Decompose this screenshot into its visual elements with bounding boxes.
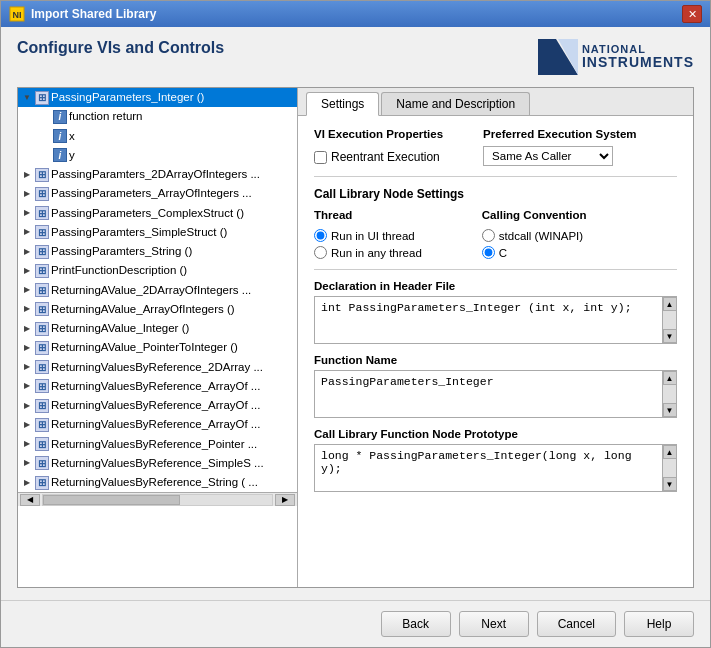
tree-item-ret-by-ref-2d[interactable]: ▶ ⊞ ReturningValuesByReference_2DArray .… [18, 358, 297, 377]
reentrant-checkbox[interactable] [314, 151, 327, 164]
connector-icon-ret-by-ref-ao2: ⊞ [35, 399, 49, 413]
tree-item-passing-complex[interactable]: ▶ ⊞ PassingParameters_ComplexStruct () [18, 204, 297, 223]
tree-item-passing-string[interactable]: ▶ ⊞ PassingParamters_String () [18, 242, 297, 261]
stdcall-radio[interactable] [482, 229, 495, 242]
declaration-scrollbar[interactable]: ▲ ▼ [662, 297, 676, 343]
tree-item-passing-params-integer[interactable]: ▼ ⊞ PassingParameters_Integer () [18, 88, 297, 107]
settings-content: VI Execution Properties Reentrant Execut… [298, 116, 693, 587]
run-any-thread-radio[interactable] [314, 246, 327, 259]
prototype-section: Call Library Function Node Prototype lon… [314, 428, 677, 492]
expand-array[interactable]: ▶ [20, 187, 34, 201]
expand-arrow-passing-params[interactable]: ▼ [20, 91, 34, 105]
tree-item-passing-array[interactable]: ▶ ⊞ PassingParameters_ArrayOfIntegers ..… [18, 184, 297, 203]
page-title: Configure VIs and Controls [17, 39, 224, 57]
reentrant-label: Reentrant Execution [331, 150, 440, 164]
expand-ret-pointer[interactable]: ▶ [20, 341, 34, 355]
function-name-section: Function Name PassingParameters_Integer … [314, 354, 677, 418]
tree-horizontal-scrollbar[interactable]: ◀ ▶ [18, 492, 297, 506]
scroll-down-arrow-fn[interactable]: ▼ [663, 403, 677, 417]
scroll-track-h[interactable] [42, 494, 273, 506]
tree-item-passing-2d[interactable]: ▶ ⊞ PassingParamters_2DArrayOfIntegers .… [18, 165, 297, 184]
tree-label-print: PrintFunctionDescription () [51, 262, 187, 279]
expand-ret-by-ref-simple[interactable]: ▶ [20, 456, 34, 470]
next-button[interactable]: Next [459, 611, 529, 637]
close-button[interactable]: ✕ [682, 5, 702, 23]
run-ui-thread-row: Run in UI thread [314, 229, 422, 242]
expand-ret-by-ref-ptr[interactable]: ▶ [20, 437, 34, 451]
expand-ret-by-ref-ao1[interactable]: ▶ [20, 379, 34, 393]
expand-ret-array[interactable]: ▶ [20, 302, 34, 316]
tab-name-description[interactable]: Name and Description [381, 92, 530, 115]
scroll-left-btn[interactable]: ◀ [20, 494, 40, 506]
tree-label-passing-params-integer: PassingParameters_Integer () [51, 89, 204, 106]
function-name-scrollbar[interactable]: ▲ ▼ [662, 371, 676, 417]
connector-icon-ret-by-ref-ao3: ⊞ [35, 418, 49, 432]
connector-icon-complex: ⊞ [35, 206, 49, 220]
tree-item-ret-by-ref-string[interactable]: ▶ ⊞ ReturningValuesByReference_String ( … [18, 473, 297, 492]
tree-item-ret-by-ref-ao2[interactable]: ▶ ⊞ ReturningValuesByReference_ArrayOf .… [18, 396, 297, 415]
tree-item-ret-by-ref-ptr[interactable]: ▶ ⊞ ReturningValuesByReference_Pointer .… [18, 435, 297, 454]
scroll-right-btn[interactable]: ▶ [275, 494, 295, 506]
tree-label-2d: PassingParamters_2DArrayOfIntegers ... [51, 166, 260, 183]
tree-item-print-func[interactable]: ▶ ⊞ PrintFunctionDescription () [18, 261, 297, 280]
tree-panel[interactable]: ▼ ⊞ PassingParameters_Integer () i funct… [18, 88, 298, 587]
tree-item-ret-array[interactable]: ▶ ⊞ ReturningAValue_ArrayOfIntegers () [18, 300, 297, 319]
prototype-text[interactable]: long * PassingParameters_Integer(long x,… [315, 445, 662, 491]
tab-bar: Settings Name and Description [298, 88, 693, 116]
vi-execution-col: VI Execution Properties Reentrant Execut… [314, 128, 443, 166]
tree-label-ret-by-ref-2d: ReturningValuesByReference_2DArray ... [51, 359, 263, 376]
scroll-up-arrow-proto[interactable]: ▲ [663, 445, 677, 459]
tree-item-ret-2d[interactable]: ▶ ⊞ ReturningAValue_2DArrayOfIntegers ..… [18, 281, 297, 300]
tree-item-function-return[interactable]: i function return [36, 107, 297, 126]
tree-item-passing-simple[interactable]: ▶ ⊞ PassingParamters_SimpleStruct () [18, 223, 297, 242]
window-controls: ✕ [682, 5, 702, 23]
cancel-button[interactable]: Cancel [537, 611, 616, 637]
scroll-thumb-h[interactable] [43, 495, 180, 505]
tab-settings[interactable]: Settings [306, 92, 379, 116]
declaration-section: Declaration in Header File int PassingPa… [314, 280, 677, 344]
expand-ret-2d[interactable]: ▶ [20, 283, 34, 297]
main-area: ▼ ⊞ PassingParameters_Integer () i funct… [17, 87, 694, 588]
expand-print[interactable]: ▶ [20, 264, 34, 278]
c-radio[interactable] [482, 246, 495, 259]
expand-simple[interactable]: ▶ [20, 225, 34, 239]
prototype-field-box: long * PassingParameters_Integer(long x,… [314, 444, 677, 492]
back-button[interactable]: Back [381, 611, 451, 637]
expand-string[interactable]: ▶ [20, 245, 34, 259]
scroll-down-arrow-proto[interactable]: ▼ [663, 477, 677, 491]
ni-instruments: INSTRUMENTS [582, 55, 694, 70]
tree-item-y[interactable]: i y [36, 146, 297, 165]
tree-item-ret-by-ref-simple[interactable]: ▶ ⊞ ReturningValuesByReference_SimpleS .… [18, 454, 297, 473]
window-content: Configure VIs and Controls NATIONAL INST… [1, 27, 710, 600]
expand-ret-int[interactable]: ▶ [20, 322, 34, 336]
calling-convention-label: Calling Convention [482, 209, 587, 221]
expand-complex[interactable]: ▶ [20, 206, 34, 220]
tree-label-ret-by-ref-string: ReturningValuesByReference_String ( ... [51, 474, 258, 491]
connector-icon-2d: ⊞ [35, 168, 49, 182]
tree-item-ret-by-ref-ao1[interactable]: ▶ ⊞ ReturningValuesByReference_ArrayOf .… [18, 377, 297, 396]
help-button[interactable]: Help [624, 611, 694, 637]
window-icon: NI [9, 6, 25, 22]
function-name-text[interactable]: PassingParameters_Integer [315, 371, 662, 417]
expand-ret-by-ref-ao2[interactable]: ▶ [20, 399, 34, 413]
run-ui-thread-radio[interactable] [314, 229, 327, 242]
preferred-execution-select[interactable]: Same As CallerUI ThreadStandardI/OData A… [483, 146, 613, 166]
scroll-up-arrow-decl[interactable]: ▲ [663, 297, 677, 311]
connector-icon-print: ⊞ [35, 264, 49, 278]
scroll-down-arrow-decl[interactable]: ▼ [663, 329, 677, 343]
declaration-text[interactable]: int PassingParameters_Integer (int x, in… [315, 297, 662, 343]
expand-ret-by-ref-ao3[interactable]: ▶ [20, 418, 34, 432]
expand-2d[interactable]: ▶ [20, 168, 34, 182]
expand-ret-by-ref-string[interactable]: ▶ [20, 476, 34, 490]
tree-item-ret-by-ref-ao3[interactable]: ▶ ⊞ ReturningValuesByReference_ArrayOf .… [18, 415, 297, 434]
prototype-scrollbar[interactable]: ▲ ▼ [662, 445, 676, 491]
tree-item-ret-pointer[interactable]: ▶ ⊞ ReturningAValue_PointerToInteger () [18, 338, 297, 357]
tree-label-ret-by-ref-ptr: ReturningValuesByReference_Pointer ... [51, 436, 257, 453]
tree-item-ret-int[interactable]: ▶ ⊞ ReturningAValue_Integer () [18, 319, 297, 338]
bottom-bar: Back Next Cancel Help [1, 600, 710, 647]
expand-ret-by-ref-2d[interactable]: ▶ [20, 360, 34, 374]
reentrant-row: Reentrant Execution [314, 150, 443, 164]
scroll-up-arrow-fn[interactable]: ▲ [663, 371, 677, 385]
run-ui-thread-label: Run in UI thread [331, 230, 415, 242]
tree-item-x[interactable]: i x [36, 127, 297, 146]
